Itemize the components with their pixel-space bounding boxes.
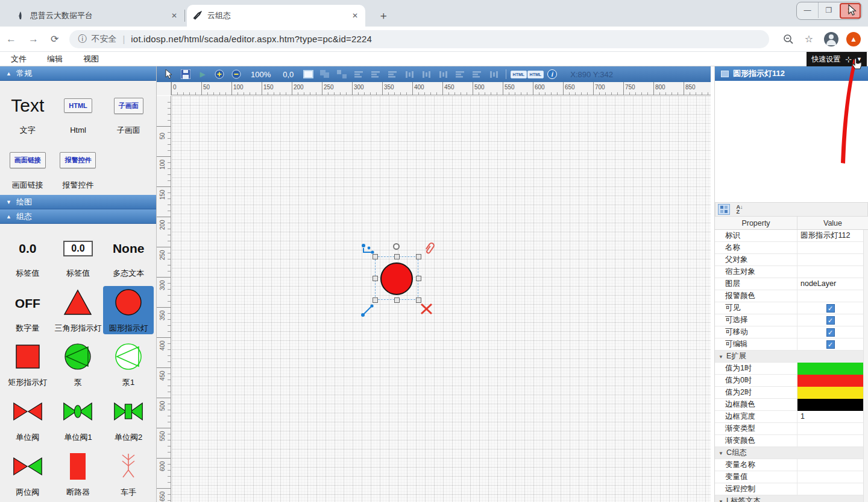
screen-icon[interactable]: [301, 68, 315, 80]
fit-screen-icon[interactable]: ⊹: [845, 55, 852, 64]
palette-item-general-3[interactable]: 画面链接画面链接: [2, 143, 53, 192]
property-row-15[interactable]: 边框宽度1: [715, 411, 868, 423]
palette-item-general-0[interactable]: Text文字: [2, 88, 53, 137]
checkbox-checked-icon[interactable]: ✓: [826, 316, 835, 325]
tab-dashboard[interactable]: 思普云大数据平台 ✕: [10, 5, 184, 27]
rotate-handle[interactable]: [393, 243, 400, 250]
forward-icon[interactable]: →: [28, 33, 39, 45]
property-row-3[interactable]: 宿主对象: [715, 266, 868, 278]
checkbox-checked-icon[interactable]: ✓: [826, 304, 835, 313]
palette-item-scada-1[interactable]: 0.0标签值: [53, 231, 104, 280]
resize-handle[interactable]: [416, 297, 421, 303]
property-row-16[interactable]: 渐变类型: [715, 423, 868, 435]
property-row-19[interactable]: 变量名称: [715, 459, 868, 471]
palette-item-scada-0[interactable]: 0.0标签值: [2, 231, 53, 280]
browser-update-icon[interactable]: ▲: [846, 32, 861, 46]
property-row-7[interactable]: 可选择✓: [715, 314, 868, 326]
palette-item-scada-3[interactable]: OFF数字量: [2, 286, 53, 335]
property-section-18[interactable]: ▼C组态: [715, 447, 868, 459]
checkbox-checked-icon[interactable]: ✓: [826, 340, 835, 349]
property-row-6[interactable]: 可见✓: [715, 302, 868, 314]
property-value[interactable]: ✓: [797, 302, 868, 314]
minimize-button[interactable]: —: [797, 2, 818, 18]
property-value[interactable]: ✓: [797, 338, 868, 350]
menu-edit[interactable]: 编辑: [47, 54, 72, 65]
property-value[interactable]: [797, 387, 868, 398]
restore-button[interactable]: ❐: [818, 2, 839, 18]
color-swatch[interactable]: [797, 363, 863, 375]
property-value[interactable]: 1: [797, 411, 868, 422]
categorize-icon[interactable]: [718, 204, 730, 215]
property-row-9[interactable]: 可编辑✓: [715, 338, 868, 351]
section-header-general[interactable]: ▲ 常规: [0, 66, 156, 81]
color-swatch[interactable]: [797, 399, 863, 411]
property-row-13[interactable]: 值为2时: [715, 387, 868, 399]
property-value[interactable]: nodeLayer: [797, 278, 868, 290]
section-header-scada[interactable]: ▲ 组态: [0, 209, 156, 224]
property-row-4[interactable]: 图层nodeLayer: [715, 278, 868, 290]
bookmark-star-icon[interactable]: ☆: [805, 33, 813, 45]
zoom-out-tool-icon[interactable]: [229, 68, 244, 80]
palette-item-scada-13[interactable]: 断路器: [53, 450, 104, 499]
property-value[interactable]: [797, 254, 868, 265]
palette-item-scada-7[interactable]: 泵: [53, 340, 104, 389]
property-row-12[interactable]: 值为0时: [715, 375, 868, 387]
palette-item-general-4[interactable]: 报警控件报警控件: [53, 143, 104, 192]
address-bar[interactable]: ⓘ 不安全 | iot.idosp.net/html/scada/editor.…: [69, 30, 769, 48]
resize-handle[interactable]: [416, 254, 421, 259]
property-row-0[interactable]: 标识圆形指示灯112: [715, 230, 868, 242]
property-row-1[interactable]: 名称: [715, 242, 868, 254]
sort-az-icon[interactable]: A↓Z: [734, 204, 746, 215]
property-row-11[interactable]: 值为1时: [715, 363, 868, 375]
property-value[interactable]: [797, 290, 868, 302]
quick-settings-dropdown-icon[interactable]: ▼: [857, 56, 862, 62]
reload-icon[interactable]: ⟳: [51, 33, 58, 45]
property-value[interactable]: [797, 399, 868, 410]
palette-item-scada-6[interactable]: 矩形指示灯: [2, 340, 53, 389]
property-value[interactable]: ✓: [797, 314, 868, 326]
property-value[interactable]: [797, 483, 868, 495]
property-value[interactable]: 圆形指示灯112: [797, 230, 868, 241]
property-row-20[interactable]: 变量值: [715, 471, 868, 483]
palette-item-scada-12[interactable]: 两位阀: [2, 450, 53, 499]
property-value[interactable]: [797, 266, 868, 278]
color-swatch[interactable]: [797, 375, 863, 387]
palette-item-scada-10[interactable]: 单位阀1: [53, 395, 104, 444]
palette-item-scada-8[interactable]: 泵1: [103, 340, 154, 389]
palette-item-scada-14[interactable]: 车手: [103, 450, 154, 499]
property-value[interactable]: [797, 423, 868, 434]
palette-item-scada-9[interactable]: 单位阀: [2, 395, 53, 444]
section-header-drawing[interactable]: ▼ 绘图: [0, 195, 156, 209]
property-row-2[interactable]: 父对象: [715, 254, 868, 266]
palette-item-general-2[interactable]: 子画面子画面: [103, 88, 154, 137]
palette-item-scada-5[interactable]: 圆形指示灯: [103, 286, 154, 335]
property-row-21[interactable]: 远程控制: [715, 483, 868, 495]
pointer-icon[interactable]: [162, 68, 176, 80]
resize-handle[interactable]: [373, 254, 378, 259]
property-value[interactable]: [797, 471, 868, 483]
page-info-icon[interactable]: ⓘ: [78, 34, 86, 45]
property-section-22[interactable]: ▼L标签文本: [715, 495, 868, 502]
resize-handle[interactable]: [373, 276, 378, 281]
section-collapse-icon[interactable]: ▼: [719, 354, 723, 360]
property-value[interactable]: [797, 363, 868, 374]
zoom-out-icon[interactable]: [783, 34, 794, 45]
menu-file[interactable]: 文件: [11, 54, 36, 65]
property-row-5[interactable]: 报警颜色: [715, 290, 868, 302]
color-swatch[interactable]: [797, 387, 863, 399]
section-collapse-icon[interactable]: ▼: [719, 451, 723, 456]
property-row-8[interactable]: 可移动✓: [715, 326, 868, 338]
resize-handle[interactable]: [416, 276, 421, 281]
panel-scrollbar[interactable]: [863, 230, 868, 502]
zoom-in-icon[interactable]: [212, 68, 227, 80]
property-row-14[interactable]: 边框颜色: [715, 399, 868, 411]
close-window-button[interactable]: ✕: [840, 3, 861, 19]
profile-avatar[interactable]: [824, 32, 838, 46]
info-icon[interactable]: i: [545, 68, 559, 80]
property-value[interactable]: [797, 375, 868, 386]
design-canvas[interactable]: [172, 96, 711, 502]
tab-scada-editor[interactable]: 云组态 ✕: [187, 5, 365, 27]
back-icon[interactable]: ←: [6, 33, 16, 45]
tab-close-icon[interactable]: ✕: [350, 10, 360, 21]
quick-settings-button[interactable]: 快速设置 ⊹ ▼: [807, 52, 867, 66]
